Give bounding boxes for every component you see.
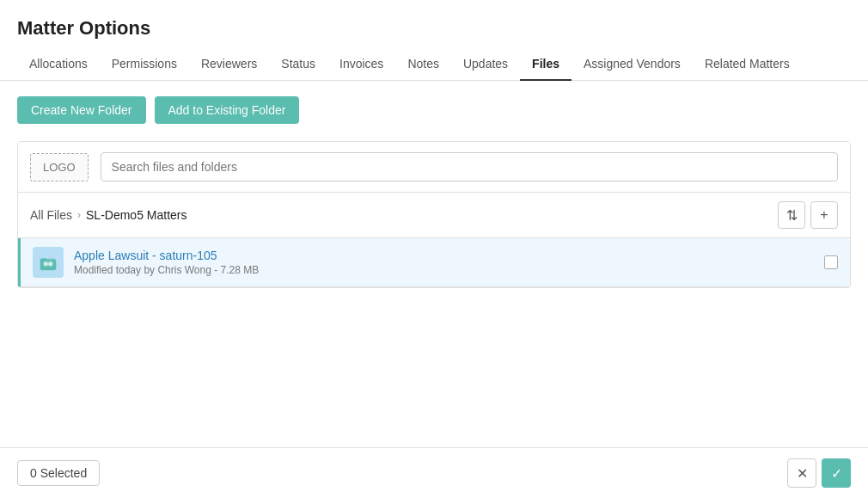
breadcrumb-chevron: › [77,209,81,221]
tab-updates[interactable]: Updates [451,48,520,81]
page-title: Matter Options [17,17,851,40]
breadcrumb-root[interactable]: All Files [30,208,72,222]
breadcrumb-current: SL-Demo5 Matters [86,208,186,222]
tab-assigned-vendors[interactable]: Assigned Vendors [572,48,693,81]
svg-point-2 [48,261,53,267]
footer-bar: 0 Selected ✕ ✓ [0,447,868,498]
tab-allocations[interactable]: Allocations [17,48,100,81]
selected-badge: 0 Selected [17,460,100,486]
file-name[interactable]: Apple Lawsuit - saturn-105 [74,249,824,262]
tab-notes[interactable]: Notes [395,48,451,81]
action-buttons: Create New Folder Add to Existing Folder [17,96,851,124]
tab-invoices[interactable]: Invoices [327,48,395,81]
selected-count: 0 [30,466,37,480]
cancel-button[interactable]: ✕ [787,458,816,488]
tabs-bar: Allocations Permissions Reviewers Status… [0,48,868,81]
tab-status[interactable]: Status [269,48,327,81]
breadcrumb: All Files › SL-Demo5 Matters [30,208,187,222]
file-panel: LOGO All Files › SL-Demo5 Matters ⇅ + [17,141,851,288]
file-info: Apple Lawsuit - saturn-105 Modified toda… [74,249,824,276]
breadcrumb-actions: ⇅ + [778,201,838,229]
confirm-button[interactable]: ✓ [822,458,851,488]
file-folder-icon [33,247,64,278]
svg-point-1 [44,261,49,267]
tab-related-matters[interactable]: Related Matters [693,48,802,81]
search-input[interactable] [101,152,838,181]
breadcrumb-row: All Files › SL-Demo5 Matters ⇅ + [18,193,850,238]
file-panel-header: LOGO [18,142,850,193]
add-to-existing-folder-button[interactable]: Add to Existing Folder [155,96,300,124]
sort-button[interactable]: ⇅ [778,201,805,229]
tab-files[interactable]: Files [520,48,572,81]
footer-actions: ✕ ✓ [787,458,851,488]
file-checkbox[interactable] [824,255,838,269]
tab-permissions[interactable]: Permissions [100,48,189,81]
selected-label: Selected [40,466,87,480]
create-new-folder-button[interactable]: Create New Folder [17,96,146,124]
tab-reviewers[interactable]: Reviewers [189,48,269,81]
file-row: Apple Lawsuit - saturn-105 Modified toda… [18,238,850,287]
logo-box: LOGO [30,153,89,181]
file-meta: Modified today by Chris Wong - 7.28 MB [74,264,824,276]
add-item-button[interactable]: + [810,201,838,229]
